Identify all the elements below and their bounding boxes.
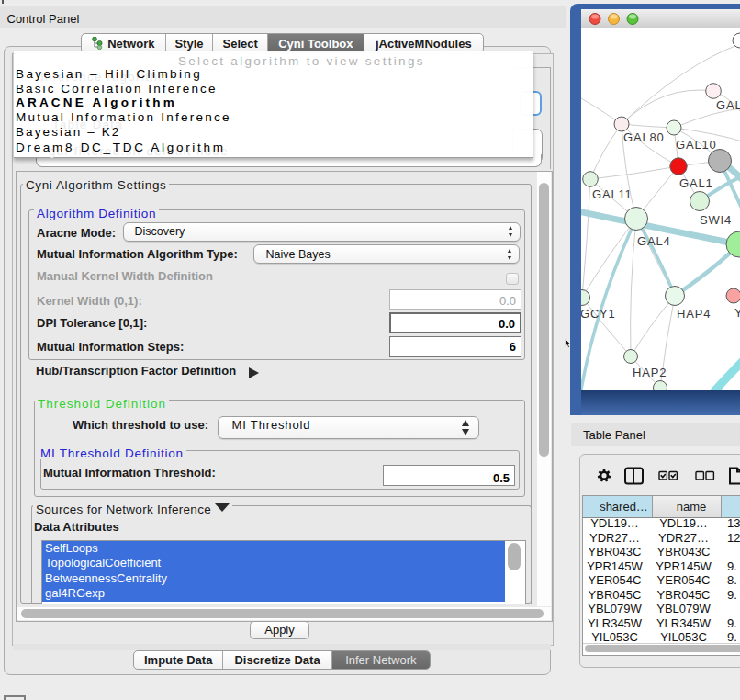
svg-text:GAL80: GAL80 [623, 130, 664, 144]
svg-text:GCY1: GCY1 [581, 307, 616, 321]
svg-text:GAL4: GAL4 [637, 234, 670, 248]
svg-text:HAP4: HAP4 [677, 307, 711, 321]
svg-text:Y: Y [734, 306, 740, 320]
svg-text:SWI4: SWI4 [700, 213, 732, 227]
svg-text:GAL1: GAL1 [679, 176, 712, 190]
svg-text:HAP2: HAP2 [633, 366, 667, 379]
svg-text:GAL11: GAL11 [592, 187, 633, 201]
svg-text:GAL10: GAL10 [676, 138, 716, 152]
svg-text:GAL2: GAL2 [716, 98, 740, 112]
